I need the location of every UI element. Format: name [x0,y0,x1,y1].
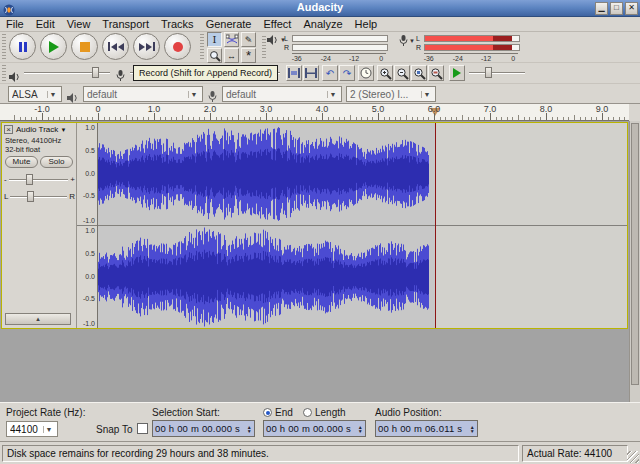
fit-selection-button[interactable] [411,65,427,81]
pan-left-label: L [4,192,8,201]
selection-tool-button[interactable]: I [207,32,222,47]
tools-toolbar-grip[interactable] [200,34,204,60]
track-close-button[interactable]: × [4,125,13,134]
track-collapse-button[interactable]: ▴ [5,313,71,325]
timeline-label: 2.0 [204,104,217,114]
transport-toolbar-grip[interactable] [2,34,6,60]
menu-analyze[interactable]: Analyze [297,17,348,31]
sync-lock-button[interactable] [358,65,374,81]
play-at-speed-button[interactable] [449,65,465,81]
multi-tool-button[interactable]: * [241,48,256,63]
zoom-tool-button[interactable] [207,48,222,63]
undo-button[interactable]: ↶ [322,65,338,81]
snap-to-checkbox[interactable] [137,423,148,434]
menu-generate[interactable]: Generate [200,17,258,31]
recording-meter[interactable]: ▼ LR -36-24-120 [394,34,524,62]
project-rate-select[interactable]: 44100▼ [6,421,58,437]
selection-start-field[interactable]: 00 h 00 m 00.000 s▲▼ [152,420,255,437]
timeline-ruler[interactable]: -1.001.02.03.04.05.06.07.08.09.0 [0,104,629,121]
minimize-button[interactable]: ▁ [595,2,608,15]
vertical-ruler[interactable]: 1.00.50.0-0.5-1.01.00.50.0-0.5-1.0 [77,123,98,328]
selection-end-field[interactable]: 00 h 00 m 00.000 s▲▼ [263,420,366,437]
fit-project-button[interactable] [428,65,444,81]
timeline-label: 7.0 [484,104,497,114]
gain-slider[interactable] [9,173,69,186]
zoom-out-button[interactable] [394,65,410,81]
timeline-label: 6.0 [428,104,441,114]
record-tooltip: Record (Shift for Append Record) [133,65,278,81]
silence-button[interactable] [303,65,319,81]
magnifier-icon [209,50,221,62]
menu-file[interactable]: File [0,17,30,31]
audio-position-field[interactable]: 00 h 00 m 06.011 s▲▼ [375,420,478,437]
menu-help[interactable]: Help [349,17,384,31]
mute-button[interactable]: Mute [5,156,38,168]
mixer-toolbar-grip[interactable] [2,65,6,81]
skip-to-end-button[interactable] [133,33,160,60]
timeline-label: 1.0 [148,104,161,114]
vertical-scrollbar[interactable] [629,121,640,402]
resize-grip[interactable] [627,451,639,463]
solo-button[interactable]: Solo [40,156,73,168]
menu-view[interactable]: View [61,17,97,31]
menu-tracks[interactable]: Tracks [155,17,200,31]
menu-transport[interactable]: Transport [96,17,155,31]
waveform-right-channel[interactable] [98,226,436,328]
vruler-label: -0.5 [83,192,95,199]
waveform-left-channel[interactable] [98,123,436,225]
input-device-select[interactable]: default▼ [222,86,342,102]
record-button[interactable] [164,33,191,60]
track-title-menu[interactable]: Audio Track ▼ [16,125,66,134]
input-volume-icon [116,70,125,81]
draw-tool-button[interactable]: ✎ [241,32,256,47]
stop-button[interactable] [71,33,98,60]
chevron-down-icon: ▼ [43,426,54,433]
zoom-in-button[interactable] [377,65,393,81]
clock-icon [360,67,372,79]
vertical-scrollbar-thumb[interactable] [631,123,639,385]
pause-button[interactable] [9,33,36,60]
playback-speed-slider[interactable] [469,66,525,79]
playback-meter[interactable]: ▼ LR -36-24-120 [262,34,392,62]
maximize-button[interactable]: □ [610,2,623,15]
close-button[interactable]: ✕ [625,2,638,15]
output-volume-slider[interactable] [24,66,110,79]
meter-grip[interactable] [262,36,266,60]
redo-button[interactable]: ↷ [339,65,355,81]
meter-dropdown-arrow-icon[interactable]: ▼ [409,38,415,44]
meter-scale: -36-24-120 [424,53,518,62]
recording-level-bar [424,44,520,51]
title-bar[interactable]: Audacity ▁ □ ✕ [0,0,640,17]
timeline-label: 3.0 [260,104,273,114]
audio-position-label: Audio Position: [375,407,442,418]
gain-min-label: - [4,175,7,184]
pencil-icon: ✎ [245,35,253,45]
end-radio[interactable]: End [263,407,293,418]
audio-host-select[interactable]: ALSA▼ [8,86,62,102]
envelope-tool-button[interactable] [224,32,239,47]
input-channels-select[interactable]: 2 (Stereo) I...▼ [346,86,436,102]
timeline-label: 0 [95,104,100,114]
vruler-label: 1.0 [85,227,95,234]
meter-channel-label: R [284,44,292,51]
meter-channel-label: R [416,44,424,51]
time-shift-tool-button[interactable]: ↔ [224,48,239,63]
skip-to-start-button[interactable] [102,33,129,60]
menu-bar: FileEditViewTransportTracksGenerateEffec… [0,17,640,32]
waveform-area[interactable] [98,123,627,328]
play-button[interactable] [40,33,67,60]
menu-effect[interactable]: Effect [258,17,298,31]
output-device-select[interactable]: default▼ [83,86,203,102]
snap-to-label: Snap To [96,424,133,435]
menu-edit[interactable]: Edit [30,17,61,31]
radio-dot-icon [303,408,312,417]
window-title: Audacity [0,1,640,13]
recording-cursor [435,123,436,328]
pan-slider[interactable] [10,190,67,203]
arrows-lr-icon: ↔ [227,51,236,61]
gain-max-label: + [70,175,75,184]
trim-button[interactable] [286,65,302,81]
timeline-label: -1.0 [34,104,50,114]
length-radio[interactable]: Length [303,407,346,418]
selection-start-label: Selection Start: [152,407,220,418]
